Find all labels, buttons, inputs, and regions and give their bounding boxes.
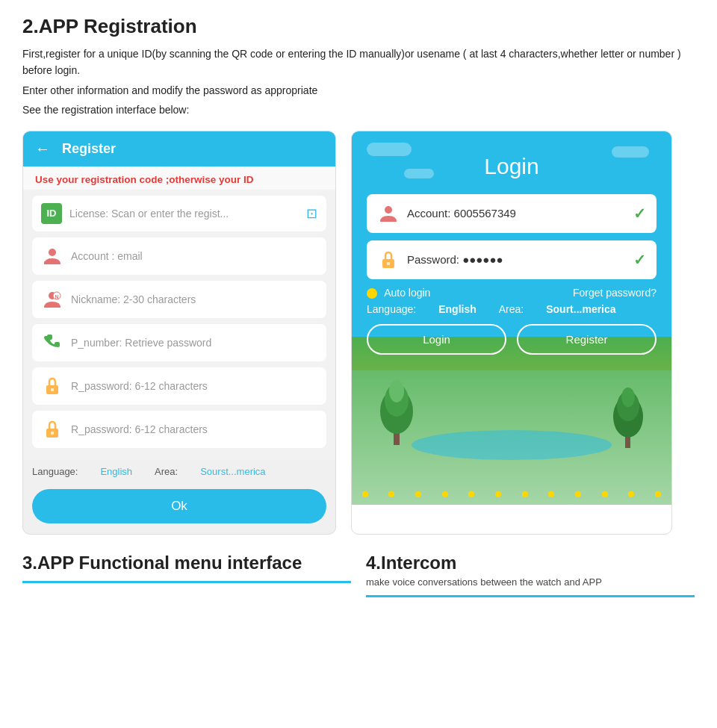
person-icon: [41, 245, 63, 267]
cloud1: [367, 143, 412, 156]
section4-title: 4.Intercom: [366, 553, 695, 573]
screenshots-row: ← Register Use your registration code ;o…: [22, 131, 695, 535]
section2-desc2: Enter other information and modify the p…: [22, 82, 695, 99]
scan-icon[interactable]: ⊡: [306, 205, 317, 222]
account-field[interactable]: Account : email: [32, 237, 326, 275]
login-account-value: Account: 6005567349: [407, 207, 516, 220]
license-field[interactable]: ID License: Scan or enter the regist... …: [32, 196, 326, 231]
svg-rect-3: [49, 258, 50, 264]
section3-divider: [22, 581, 351, 583]
password-check-icon: ✓: [633, 251, 646, 269]
login-options: Auto login Forget password?: [367, 287, 657, 299]
register-form: ID License: Scan or enter the regist... …: [23, 190, 335, 460]
svg-rect-1: [44, 261, 46, 264]
login-language-value[interactable]: English: [438, 303, 477, 315]
register-warning: Use your registration code ;otherwise yo…: [23, 167, 335, 190]
account-label: Account : email: [71, 250, 143, 262]
flowers-decoration: [352, 491, 671, 497]
nickname-field[interactable]: N Nickname: 2-30 characters: [32, 281, 326, 318]
register-title: Register: [62, 141, 116, 157]
pnumber-field[interactable]: P_number: Retrieve password: [32, 324, 326, 361]
auto-login-option[interactable]: Auto login: [367, 287, 430, 299]
section3: 3.APP Functional menu interface: [22, 553, 351, 597]
reg-language-value[interactable]: English: [100, 466, 132, 477]
pnumber-label: P_number: Retrieve password: [71, 337, 211, 349]
register-topbar: ← Register: [23, 131, 335, 167]
reg-area-label: Area:: [155, 466, 178, 477]
section2-desc3: See the registration interface below:: [22, 102, 695, 118]
login-phone: Login Account: 6005567349 ✓: [351, 131, 672, 535]
lock2-icon: [41, 418, 63, 441]
register-phone: ← Register Use your registration code ;o…: [22, 131, 336, 535]
water-decoration: [412, 430, 612, 460]
reg-language-label: Language:: [32, 466, 78, 477]
forget-password-link[interactable]: Forget password?: [573, 287, 657, 299]
section4-desc: make voice conversations between the wat…: [366, 576, 695, 588]
section4-divider: [366, 595, 695, 597]
auto-login-label: Auto login: [384, 287, 430, 299]
login-area-label: Area:: [499, 303, 524, 315]
svg-text:N: N: [55, 294, 58, 299]
login-area-value[interactable]: Sourt...merica: [546, 303, 615, 315]
rpassword1-field[interactable]: R_password: 6-12 characters: [32, 367, 326, 405]
nickname-icon: N: [41, 288, 63, 311]
license-label: License: Scan or enter the regist...: [69, 208, 229, 220]
account-check-icon: ✓: [633, 205, 646, 223]
cloud3: [404, 169, 434, 178]
svg-rect-8: [51, 388, 54, 391]
login-password-field[interactable]: Password: ●●●●●● ✓: [367, 240, 657, 279]
login-account-icon: [377, 202, 400, 225]
bottom-sections: 3.APP Functional menu interface 4.Interc…: [22, 553, 695, 597]
svg-point-17: [389, 380, 404, 402]
register-lang-area: Language: English Area: Sourst...merica: [23, 460, 335, 483]
lock1-icon: [41, 375, 63, 397]
svg-point-21: [621, 388, 635, 407]
phone-icon: [41, 332, 63, 354]
section4: 4.Intercom make voice conversations betw…: [366, 553, 695, 597]
login-password-value: Password: ●●●●●●: [407, 253, 503, 266]
svg-rect-2: [46, 260, 48, 264]
section2-title: 2.APP Registration: [22, 15, 695, 38]
ok-button[interactable]: Ok: [32, 489, 326, 523]
nickname-label: Nickname: 2-30 characters: [71, 293, 196, 305]
svg-point-0: [49, 249, 56, 256]
login-account-field[interactable]: Account: 6005567349 ✓: [367, 194, 657, 233]
tree2-decoration: [608, 385, 649, 449]
login-language-label: Language:: [367, 303, 416, 315]
back-arrow-icon[interactable]: ←: [35, 140, 50, 158]
rpassword2-label: R_password: 6-12 characters: [71, 423, 208, 435]
svg-point-11: [385, 206, 392, 214]
svg-rect-13: [387, 262, 390, 265]
reg-area-value[interactable]: Sourst...merica: [200, 466, 265, 477]
login-landscape: [352, 340, 671, 505]
login-lang-area: Language: English Area: Sourt...merica: [367, 303, 657, 315]
svg-rect-10: [51, 432, 54, 435]
id-icon: ID: [41, 203, 62, 224]
auto-login-dot: [367, 288, 377, 299]
login-password-icon: [377, 249, 400, 271]
login-background: Login Account: 6005567349 ✓: [352, 131, 671, 505]
rpassword1-label: R_password: 6-12 characters: [71, 380, 208, 392]
cloud2: [612, 146, 649, 158]
tree1-decoration: [374, 378, 419, 445]
section3-title: 3.APP Functional menu interface: [22, 553, 351, 573]
section2-desc1: First,register for a unique ID(by scanni…: [22, 46, 695, 79]
rpassword2-field[interactable]: R_password: 6-12 characters: [32, 411, 326, 448]
